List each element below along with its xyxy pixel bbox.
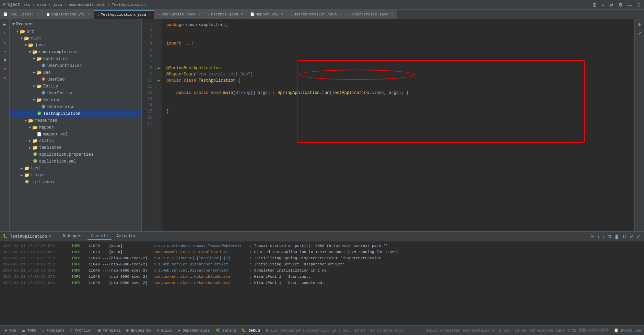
sidebar-item-controller[interactable]: ▼📂Controller <box>10 56 141 62</box>
debug-close-btn[interactable]: × <box>49 235 51 238</box>
sidebar-item-com-example-test[interactable]: ▼📂com.example.test <box>10 49 141 56</box>
bottom-btn---endpoints[interactable]: ⊞ Endpoints <box>124 327 153 333</box>
settings-debug-icon[interactable]: ⚙ <box>636 21 643 28</box>
tab-close-application-yml[interactable]: × <box>88 13 90 16</box>
tab-application-yml[interactable]: 📋application.yml× <box>43 10 94 19</box>
top-bar-left: Project src › main › java › com.example.… <box>3 2 146 7</box>
tab-userdao-java[interactable]: ☕UserDao.java× <box>204 10 247 19</box>
expand-debug-icon[interactable]: ⤢ <box>636 29 643 37</box>
sidebar-item-application-properties[interactable]: Yapplication.properties <box>10 151 141 158</box>
settings-icon[interactable]: ⚙ <box>617 1 624 8</box>
sidebar-item-service[interactable]: ▼📂Service <box>10 97 141 104</box>
debug-tab-debugger[interactable]: Debugger <box>59 233 86 240</box>
sidebar-item-mapper[interactable]: ▼📂Mapper <box>10 124 141 131</box>
run-side-icon[interactable]: ▶ <box>1 21 9 28</box>
sidebar-item-dao[interactable]: ▼📂Dao <box>10 69 141 76</box>
tab-usercontroller-java[interactable]: ☕UserController.java× <box>287 10 345 19</box>
tab-close-xml-test[interactable]: × <box>37 13 39 16</box>
bottom-btn---build[interactable]: ⚙ Build <box>155 327 175 333</box>
debug-filter-icon[interactable]: ☰ <box>589 233 595 240</box>
console-timestamp-5: 2022-08-21 17:30:02.272 <box>3 274 71 280</box>
tab-xml-test[interactable]: 📄.xml (test)× <box>0 10 43 19</box>
step-into-icon[interactable]: ↘ <box>1 38 9 46</box>
sidebar-item-static[interactable]: ▶📁static <box>10 137 141 144</box>
sidebar-item-test[interactable]: ▶📁test <box>10 165 141 172</box>
bottom-btn---profiler[interactable]: ⊙ Profiler <box>68 327 95 333</box>
gutter-icon-7[interactable]: ▶ <box>155 65 162 71</box>
code-area-content[interactable]: package com.example.test;import ...;@Spr… <box>162 19 634 231</box>
debug-expand-icon[interactable]: ⤢ <box>636 233 641 240</box>
debug-clear-icon[interactable]: 🗑 <box>614 233 620 240</box>
tab-userservice-java[interactable]: ☕UserService.java× <box>346 10 397 19</box>
sidebar-item-main[interactable]: ▼📂main <box>10 35 141 42</box>
console-output[interactable]: 2022-08-21 17:27:00.593 INFO 11040 --- [… <box>0 241 644 325</box>
sidebar-item-userentity[interactable]: CUserEntity <box>10 90 141 97</box>
sidebar-item-usercontroller[interactable]: CUserController <box>10 62 141 69</box>
structure-icon[interactable]: ≡ <box>600 1 606 8</box>
sidebar-item-resources[interactable]: ▼📂resources <box>10 117 141 124</box>
debug-wrap-icon[interactable]: ⏎ <box>629 233 634 240</box>
debug-pause-icon[interactable]: ⏸ <box>621 233 628 240</box>
debug-stream-icon[interactable]: ⇅ <box>607 233 612 240</box>
token: TestApplication <box>199 77 236 84</box>
bottom-btn----debug[interactable]: 🐛 Debug <box>239 327 262 333</box>
bottom-btn---todo[interactable]: ☰ TODO <box>20 327 38 333</box>
console-thread-6: [nio-8080-exec-2] <box>109 280 153 286</box>
sidebar-item-userdao[interactable]: IUserDao <box>10 76 141 83</box>
console-logger-6: com.zaxxer.hikari.HikariDataSource <box>153 280 249 286</box>
token: { <box>236 77 241 84</box>
bottom-btn---dependencies[interactable]: ◈ Dependencies <box>176 327 212 333</box>
step-out-icon[interactable]: ↗ <box>1 47 9 55</box>
tab-userentity-java[interactable]: ☕UserEntity.java× <box>155 10 204 19</box>
sidebar-item-src[interactable]: ▼📂src <box>10 28 141 35</box>
debug-controls: ☰ ↓ ↑ ⇅ 🗑 ⏸ ⏎ ⤢ <box>589 233 641 240</box>
stop-icon[interactable]: ■ <box>1 65 9 73</box>
refresh-icon[interactable]: ⇄ <box>608 1 615 8</box>
debug-tab-actuator[interactable]: Actuator <box>113 233 140 240</box>
label-controller: Controller <box>43 57 68 61</box>
sidebar-item-application-yml[interactable]: Yapplication.yml <box>10 158 141 165</box>
tabs-bar: 📄.xml (test)×📋application.yml×☕TestAppli… <box>0 10 644 19</box>
bottom-btn---terminal[interactable]: ▣ Terminal <box>96 327 123 333</box>
maximize-icon[interactable]: □ <box>636 1 641 8</box>
sidebar-item-mapper-xml[interactable]: 📄mapper.xml <box>10 131 141 137</box>
bottom-btn---run[interactable]: ▶ Run <box>3 327 18 333</box>
gutter-icon-9[interactable]: ▶ <box>155 77 162 84</box>
restart-icon[interactable]: ↻ <box>1 74 9 82</box>
debug-up-icon[interactable]: ↑ <box>602 233 606 240</box>
tab-testapplication-java[interactable]: ☕TestApplication.java× <box>94 10 155 19</box>
run-icon-testapplication: ▶ <box>36 111 42 117</box>
folder-icon-resources: 📂 <box>28 118 34 123</box>
tab-close-testapplication-java[interactable]: × <box>149 13 151 17</box>
sidebar-item-target[interactable]: ▶📁target <box>10 172 141 179</box>
tab-mapper-xml[interactable]: 📄mapper.xml× <box>247 10 287 19</box>
bottom-btn----spring[interactable]: 🌿 Spring <box>213 327 238 333</box>
git-icon[interactable]: ⊞ <box>591 1 598 8</box>
pause-icon[interactable]: ⏸ <box>1 56 9 64</box>
java-tab-icon: ☕ <box>349 12 351 16</box>
tab-close-userdao-java[interactable]: × <box>241 13 243 16</box>
sidebar-item-userservice[interactable]: CUserService <box>10 104 141 110</box>
event-log-btn[interactable]: 📋 Event Log <box>614 328 641 333</box>
tab-close-userservice-java[interactable]: × <box>391 13 393 16</box>
svg-text:Y: Y <box>34 160 36 163</box>
minimize-icon[interactable]: — <box>626 1 634 8</box>
project-label[interactable]: Project <box>3 2 20 7</box>
bottom-btn---problems[interactable]: ⚠ Problems <box>40 327 67 333</box>
sidebar-item-testapplication[interactable]: ▶TestApplication <box>10 110 141 117</box>
debug-down-icon[interactable]: ↓ <box>597 233 600 240</box>
debug-tab-console[interactable]: Console <box>87 233 112 240</box>
tab-close-userentity-java[interactable]: × <box>198 13 200 16</box>
tab-close-usercontroller-java[interactable]: × <box>340 13 342 16</box>
sidebar-item-java[interactable]: ▼📂java <box>10 42 141 49</box>
line-num-4: 5 <box>142 47 155 53</box>
sidebar-item-templates[interactable]: ▶📁templates <box>10 144 141 151</box>
gutter-icon-11[interactable]: → <box>155 90 162 96</box>
sidebar-item-entity[interactable]: ▼📂Entity <box>10 83 141 90</box>
tab-close-mapper-xml[interactable]: × <box>281 13 283 16</box>
yml-icon-application-yml: Y <box>32 159 38 164</box>
sidebar-item-gitignore[interactable]: Y.gitignore <box>10 179 141 186</box>
editor-area[interactable]: 1234567891011121314151617▶▶→package com.… <box>142 19 634 231</box>
gutter-icon-15 <box>155 115 162 121</box>
step-over-icon[interactable]: ↓ <box>1 29 9 37</box>
